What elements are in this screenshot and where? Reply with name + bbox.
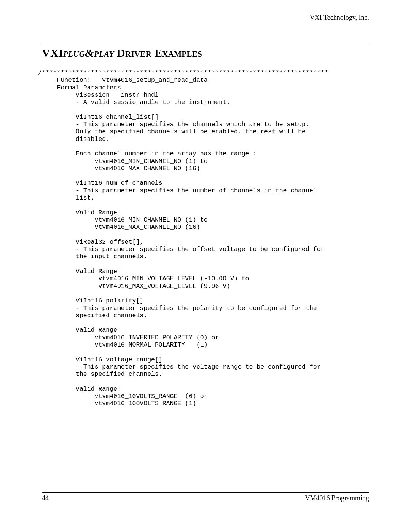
title-brand-italic: plug&play (63, 46, 114, 59)
running-head: VXI Technology, Inc. (42, 14, 369, 22)
footer-row: 44 VM4016 Programming (42, 494, 369, 502)
code-block: /***************************************… (38, 69, 369, 407)
footer-section: VM4016 Programming (305, 494, 370, 502)
title-brand-upper: VXI (42, 46, 63, 59)
title-rest: Driver Examples (114, 46, 202, 59)
top-rule (42, 43, 369, 43)
page-footer: 44 VM4016 Programming (42, 492, 369, 502)
bottom-rule (42, 492, 369, 493)
page-number: 44 (42, 494, 49, 502)
page-title: VXIplug&play Driver Examples (42, 46, 369, 59)
page: VXI Technology, Inc. VXIplug&play Driver… (0, 0, 411, 532)
